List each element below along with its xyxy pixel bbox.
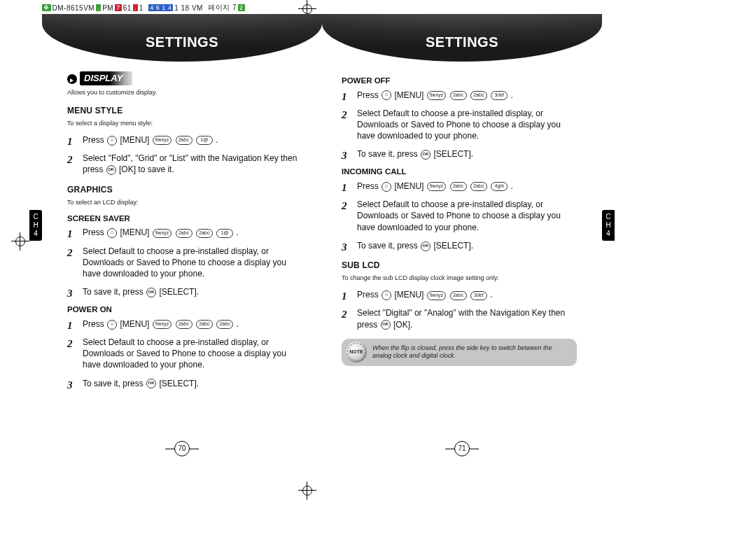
key-3: 3def bbox=[491, 91, 507, 100]
section-power-off: POWER OFF bbox=[342, 76, 577, 87]
settings-banner: SETTINGS bbox=[322, 14, 602, 62]
home-key-icon: ⌂ bbox=[107, 136, 117, 146]
note-box: NOTE When the flip is closed, press the … bbox=[342, 339, 577, 366]
step: Press ⌂ [MENU] 9wxyz 2abc 1@ . bbox=[67, 134, 302, 146]
key-2: 2abc bbox=[176, 320, 192, 329]
key-3: 3def bbox=[470, 291, 487, 300]
screen-saver-steps: Press ⌂ [MENU] 9wxyz 2abc 2abc 1@ . Sele… bbox=[67, 227, 302, 297]
page-number-right: 71 bbox=[454, 441, 470, 456]
step: To save it, press OK [SELECT]. bbox=[67, 286, 302, 297]
key-2: 2abc bbox=[470, 182, 487, 191]
step: Press ⌂ [MENU] 9wxyz 2abc 2abc 4ghi . bbox=[342, 181, 577, 192]
chip-red2: . bbox=[133, 4, 138, 11]
key-2: 2abc bbox=[450, 182, 467, 191]
key-2: 2abc bbox=[450, 91, 467, 100]
header-text: PM bbox=[102, 4, 113, 12]
key-9: 9wxyz bbox=[153, 320, 172, 329]
ok-key-icon: OK bbox=[421, 241, 430, 251]
ok-key-icon: OK bbox=[421, 150, 430, 160]
key-9: 9wxyz bbox=[153, 136, 172, 145]
section-power-on: POWER ON bbox=[67, 304, 302, 316]
home-key-icon: ⌂ bbox=[382, 90, 391, 100]
home-key-icon: ⌂ bbox=[382, 290, 391, 300]
step: Press ⌂ [MENU] 9wxyz 2abc 2abc 3def . bbox=[342, 90, 577, 101]
chapter-tab-left: CH4 bbox=[29, 210, 42, 241]
chip-blue: 4 6 1 4 bbox=[148, 4, 173, 11]
step: Select "Digital" or "Analog" with the Na… bbox=[342, 307, 577, 330]
key-2: 2abc bbox=[450, 291, 467, 300]
step: Select Default to choose a pre-installed… bbox=[342, 108, 577, 142]
file-header-strip: ❖ DM-8615VM . PM 7 61 . 1 4 6 1 4 1 18 V… bbox=[42, 3, 245, 13]
display-desc: Allows you to customize display. bbox=[67, 88, 302, 97]
incoming-call-steps: Press ⌂ [MENU] 9wxyz 2abc 2abc 4ghi . Se… bbox=[342, 181, 577, 251]
step: Press ⌂ [MENU] 9wxyz 2abc 3def . bbox=[342, 289, 577, 300]
header-text: 1 18 VM bbox=[174, 4, 203, 12]
page-right: SETTINGS POWER OFF Press ⌂ [MENU] 9wxyz … bbox=[322, 14, 602, 462]
home-key-icon: ⌂ bbox=[382, 182, 391, 192]
key-9: 9wxyz bbox=[427, 291, 446, 300]
note-text: When the flip is closed, press the side … bbox=[372, 344, 552, 360]
ok-key-icon: OK bbox=[146, 379, 156, 388]
ok-key-icon: OK bbox=[381, 320, 391, 330]
menu-style-desc: To select a display menu style: bbox=[67, 119, 302, 127]
settings-banner: SETTINGS bbox=[42, 14, 322, 62]
sub-lcd-steps: Press ⌂ [MENU] 9wxyz 2abc 3def . Select … bbox=[342, 289, 577, 330]
step: Select Default to choose a pre-installed… bbox=[67, 337, 302, 371]
section-graphics: GRAPHICS bbox=[67, 184, 302, 195]
step: Select "Fold", "Grid" or "List" with the… bbox=[67, 153, 302, 175]
sub-lcd-desc: To change the sub LCD display clock imag… bbox=[342, 274, 577, 282]
key-1: 1@ bbox=[196, 136, 213, 145]
home-key-icon: ⌂ bbox=[107, 320, 117, 330]
key-9: 9wxyz bbox=[427, 91, 446, 100]
step: Press ⌂ [MENU] 9wxyz 2abc 2abc 1@ . bbox=[67, 227, 302, 238]
step: Select Default to choose a pre-installed… bbox=[67, 246, 302, 280]
note-badge-icon: NOTE bbox=[346, 342, 367, 363]
key-2: 2abc bbox=[176, 229, 192, 238]
key-4: 4ghi bbox=[491, 182, 507, 191]
menu-style-steps: Press ⌂ [MENU] 9wxyz 2abc 1@ . Select "F… bbox=[67, 134, 302, 176]
page-number-left: 70 bbox=[174, 441, 190, 456]
header-text: 1 bbox=[139, 4, 144, 12]
graphics-desc: To select an LCD display: bbox=[67, 198, 302, 206]
chip-green2: . bbox=[96, 4, 101, 11]
key-1: 1@ bbox=[216, 229, 233, 238]
chip-green3: 2 bbox=[238, 4, 245, 11]
section-sub-lcd: SUB LCD bbox=[342, 260, 577, 271]
key-2: 2abc bbox=[176, 136, 192, 145]
ok-key-icon: OK bbox=[106, 165, 116, 175]
section-incoming-call: INCOMING CALL bbox=[342, 167, 577, 178]
header-text: 61 bbox=[123, 4, 132, 12]
key-2: 2abc bbox=[216, 320, 233, 329]
page-left: SETTINGS DISPLAY Allows you to customize… bbox=[42, 14, 322, 462]
chip-red: 7 bbox=[115, 4, 122, 11]
key-2: 2abc bbox=[196, 229, 213, 238]
section-menu-style: MENU STYLE bbox=[67, 105, 302, 116]
step: To save it, press OK [SELECT]. bbox=[67, 378, 302, 389]
power-off-steps: Press ⌂ [MENU] 9wxyz 2abc 2abc 3def . Se… bbox=[342, 90, 577, 160]
step: Select Default to choose a pre-installed… bbox=[342, 199, 577, 233]
step: To save it, press OK [SELECT]. bbox=[342, 148, 577, 160]
ok-key-icon: OK bbox=[146, 288, 156, 297]
power-on-steps: Press ⌂ [MENU] 9wxyz 2abc 2abc 2abc . Se… bbox=[67, 318, 302, 389]
header-text: DM-8615VM bbox=[52, 4, 95, 12]
play-icon bbox=[67, 74, 77, 84]
chip-green: ❖ bbox=[42, 4, 51, 11]
key-9: 9wxyz bbox=[153, 229, 172, 238]
display-heading: DISPLAY bbox=[67, 71, 302, 85]
header-text: 페이지 7 bbox=[208, 3, 237, 13]
home-key-icon: ⌂ bbox=[107, 228, 117, 238]
step: Press ⌂ [MENU] 9wxyz 2abc 2abc 2abc . bbox=[67, 318, 302, 330]
chapter-tab-right: CH4 bbox=[602, 210, 615, 241]
key-2: 2abc bbox=[196, 320, 213, 329]
display-tag: DISPLAY bbox=[80, 71, 132, 85]
key-2: 2abc bbox=[470, 91, 487, 100]
step: To save it, press OK [SELECT]. bbox=[342, 240, 577, 251]
key-9: 9wxyz bbox=[427, 182, 446, 191]
section-screen-saver: SCREEN SAVER bbox=[67, 213, 302, 225]
